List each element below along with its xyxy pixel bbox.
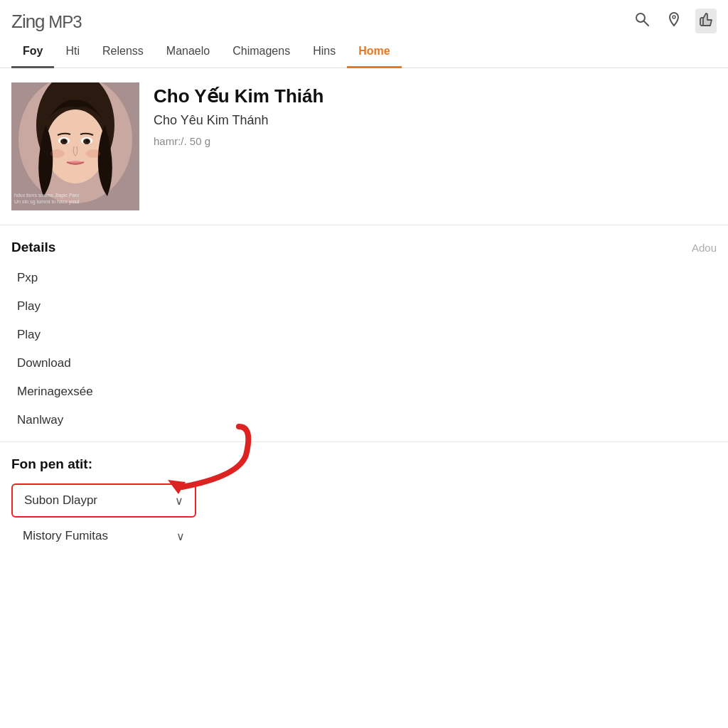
list-item[interactable]: Download [11,349,717,378]
song-thumbnail: hdux tions sourns Jtapic Pani Un sto sg … [11,82,139,210]
svg-point-11 [63,139,66,142]
nav-item-relenss[interactable]: Relenss [91,36,155,68]
list-item[interactable]: Merinagexsée [11,378,717,406]
details-list: Pxp Play Play Download Merinagexsée Nanl… [11,264,717,434]
dropdown2-label: Mistory Fumitas [23,529,108,543]
nav-item-foy[interactable]: Foy [11,36,54,68]
thumbs-up-icon [698,11,714,27]
list-item[interactable]: Nanlway [11,406,717,434]
nav: Foy Hti Relenss Manaelo Chimagens Hins H… [0,36,728,68]
svg-point-14 [86,149,100,158]
list-item[interactable]: Play [11,321,717,349]
adou-button[interactable]: Adou [692,242,717,254]
thumbsup-button[interactable] [695,9,717,33]
list-item[interactable]: Play [11,292,717,321]
logo-zing: Zing [11,11,45,32]
header: Zing MP3 [0,0,728,33]
nav-item-chimagens[interactable]: Chimagens [221,36,301,68]
dropdown1-wrapper: Subon Dlaypr ∨ [11,483,196,518]
svg-point-13 [50,149,65,158]
dropdown1[interactable]: Subon Dlaypr ∨ [11,483,196,518]
nav-item-hti[interactable]: Hti [54,36,91,68]
location-icon [667,11,681,27]
search-icon [634,11,650,27]
details-section: Details Adou Pxp Play Play Download Meri… [0,225,728,442]
song-card: hdux tions sourns Jtapic Pani Un sto sg … [0,68,728,225]
nav-item-hins[interactable]: Hins [301,36,347,68]
song-info: Cho Yếu Kim Thiáh Cho Yêu Kim Thánh hamr… [154,82,717,147]
logo: Zing MP3 [11,10,82,33]
nav-item-home[interactable]: Home [347,36,401,68]
header-icons [631,9,717,33]
song-title: Cho Yếu Kim Thiáh [154,85,717,107]
list-item[interactable]: Pxp [11,264,717,292]
song-subtitle: Cho Yêu Kim Thánh [154,113,717,128]
svg-line-1 [644,21,649,26]
fonpen-section: Fon pen atit: Subon Dlaypr ∨ Mistory Fum… [0,442,728,566]
location-button[interactable] [664,9,684,33]
chevron-down-icon: ∨ [176,530,185,543]
dropdown2[interactable]: Mistory Fumitas ∨ [11,520,196,552]
details-header: Details Adou [11,240,717,255]
svg-point-12 [86,139,89,142]
search-button[interactable] [631,9,653,33]
svg-point-2 [673,16,675,18]
song-meta: hamr:/. 50 g [154,135,717,147]
thumbnail-caption: hdux tions sourns Jtapic Pani Un sto sg … [14,192,79,205]
chevron-down-icon: ∨ [175,494,183,508]
svg-point-6 [46,109,105,183]
dropdown1-label: Subon Dlaypr [24,493,97,508]
details-title: Details [11,240,55,255]
fonpen-title: Fon pen atit: [11,456,717,472]
nav-item-manaelo[interactable]: Manaelo [155,36,221,68]
logo-mp3: MP3 [45,12,82,31]
